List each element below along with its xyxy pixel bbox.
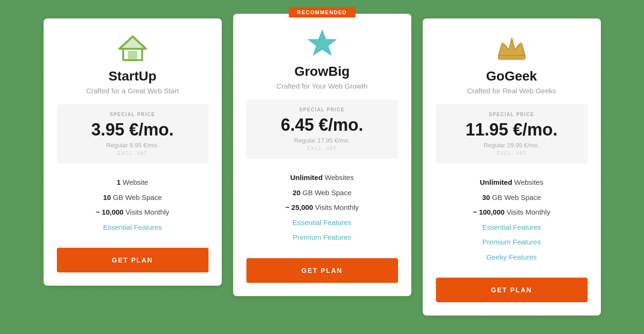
feature-highlight: ~ 100,000	[473, 208, 505, 216]
plan-tagline-startup: Crafted for a Great Web Start	[57, 87, 209, 95]
feature-row: 20 GB Web Space	[246, 185, 398, 200]
svg-point-7	[510, 36, 513, 39]
price-box-startup: SPECIAL PRICE 3.95 €/mo. Regular 9.95 €/…	[57, 104, 209, 163]
price-regular-gogeek: Regular 29.95 €/mo.	[445, 142, 578, 149]
feature-row: ~ 100,000 Visits Monthly	[436, 205, 588, 220]
feature-link-essential-features[interactable]: Essential Features	[57, 220, 209, 235]
plan-tagline-gogeek: Crafted for Real Web Geeks	[436, 87, 588, 95]
price-main-growbig: 6.45 €/mo.	[256, 115, 389, 135]
special-price-label-startup: SPECIAL PRICE	[66, 112, 199, 117]
price-main-startup: 3.95 €/mo.	[66, 120, 199, 140]
feature-highlight: Unlimited	[290, 173, 323, 181]
plan-card-growbig: RECOMMENDED GrowBigCrafted for Your Web …	[233, 14, 411, 296]
feature-row: 30 GB Web Space	[436, 190, 588, 205]
plan-name-gogeek: GoGeek	[436, 69, 588, 84]
feature-row: ~ 10,000 Visits Monthly	[57, 205, 209, 220]
feature-highlight: Unlimited	[480, 178, 512, 186]
plan-card-startup: StartUpCrafted for a Great Web Start SPE…	[44, 18, 222, 286]
feature-highlight: 30	[482, 193, 490, 201]
plans-container: StartUpCrafted for a Great Web Start SPE…	[38, 14, 607, 320]
feature-highlight: 10	[103, 193, 111, 201]
feature-link-premium-features[interactable]: Premium Features	[246, 230, 398, 245]
feature-row: 10 GB Web Space	[57, 190, 209, 205]
svg-marker-5	[499, 37, 525, 55]
feature-link-essential-features[interactable]: Essential Features	[436, 220, 588, 235]
svg-marker-3	[120, 37, 145, 48]
price-box-growbig: SPECIAL PRICE 6.45 €/mo. Regular 17.95 €…	[246, 99, 398, 159]
recommended-badge: RECOMMENDED	[289, 7, 355, 18]
feature-link-geeky-features[interactable]: Geeky Features	[436, 250, 588, 265]
price-main-gogeek: 11.95 €/mo.	[445, 120, 578, 140]
plan-tagline-growbig: Crafted for Your Web Growth	[246, 82, 398, 90]
svg-point-8	[501, 41, 504, 44]
plan-name-growbig: GrowBig	[246, 64, 398, 79]
plan-name-startup: StartUp	[57, 69, 209, 84]
features-list-growbig: Unlimited Websites 20 GB Web Space ~ 25,…	[246, 170, 398, 245]
svg-marker-4	[308, 30, 336, 55]
price-box-gogeek: SPECIAL PRICE 11.95 €/mo. Regular 29.95 …	[436, 104, 588, 163]
feature-row: Unlimited Websites	[436, 175, 588, 190]
feature-highlight: ~ 25,000	[285, 203, 313, 211]
get-plan-button-gogeek[interactable]: GET PLAN	[436, 278, 588, 302]
feature-link-essential-features[interactable]: Essential Features	[246, 215, 398, 230]
features-list-gogeek: Unlimited Websites 30 GB Web Space ~ 100…	[436, 175, 588, 264]
get-plan-button-growbig[interactable]: GET PLAN	[246, 258, 398, 283]
special-price-label-growbig: SPECIAL PRICE	[256, 107, 389, 112]
price-vat-growbig: EXCL. VAT	[256, 146, 389, 151]
feature-row: 1 Website	[57, 175, 209, 190]
feature-highlight: ~ 10,000	[96, 208, 124, 216]
feature-highlight: 1	[117, 178, 120, 186]
price-regular-growbig: Regular 17.95 €/mo.	[256, 137, 389, 144]
features-list-startup: 1 Website 10 GB Web Space ~ 10,000 Visit…	[57, 175, 209, 235]
special-price-label-gogeek: SPECIAL PRICE	[445, 112, 578, 117]
price-vat-gogeek: EXCL. VAT	[445, 151, 578, 156]
plan-card-gogeek: GoGeekCrafted for Real Web Geeks SPECIAL…	[423, 18, 601, 316]
svg-rect-6	[499, 55, 525, 59]
price-vat-startup: EXCL. VAT	[66, 151, 199, 156]
feature-row: ~ 25,000 Visits Monthly	[246, 200, 398, 215]
svg-rect-1	[128, 51, 137, 60]
svg-point-9	[520, 41, 523, 44]
feature-link-premium-features[interactable]: Premium Features	[436, 235, 588, 250]
feature-row: Unlimited Websites	[246, 170, 398, 185]
feature-highlight: 20	[293, 189, 301, 197]
price-regular-startup: Regular 9.95 €/mo.	[66, 142, 199, 149]
get-plan-button-startup[interactable]: GET PLAN	[57, 248, 209, 272]
